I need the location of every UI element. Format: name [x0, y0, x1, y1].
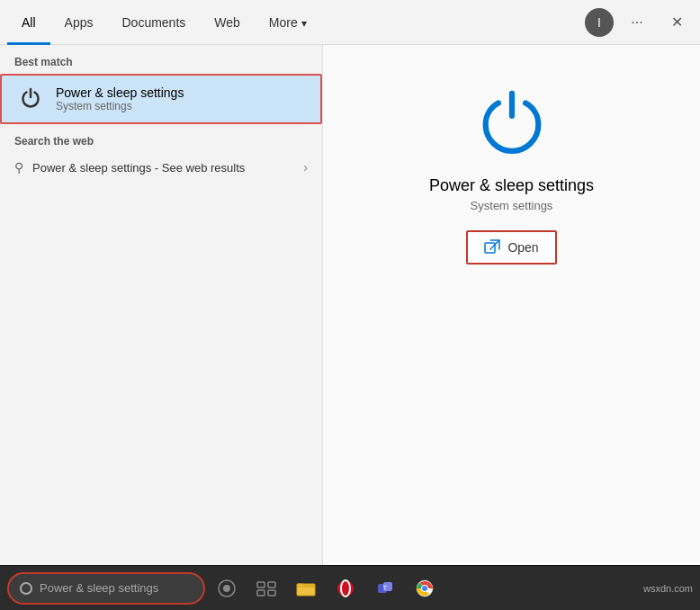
file-explorer-icon: [296, 579, 316, 597]
svg-text:T: T: [383, 585, 388, 591]
web-result-suffix: - See web results: [151, 161, 245, 175]
main-content: Best match Power & sleep settings System…: [0, 45, 700, 565]
tab-apps-label: Apps: [65, 15, 94, 30]
taskbar-right: wsxdn.com: [643, 583, 693, 594]
taskbar-opera[interactable]: [328, 570, 363, 606]
chevron-down-icon: [301, 15, 307, 30]
detail-subtitle: System settings: [471, 199, 553, 212]
svg-rect-5: [257, 590, 265, 596]
svg-rect-3: [257, 582, 265, 588]
search-circle-icon: [20, 582, 32, 595]
close-icon: ✕: [671, 13, 683, 31]
search-web-label: Search the web: [0, 124, 322, 153]
right-panel: Power & sleep settings System settings O…: [322, 45, 700, 565]
detail-power-icon: [471, 81, 552, 162]
web-result-text: Power & sleep settings - See web results: [32, 161, 294, 175]
tab-documents[interactable]: Documents: [107, 0, 200, 45]
web-result[interactable]: ⚲ Power & sleep settings - See web resul…: [0, 153, 322, 182]
svg-point-2: [223, 585, 230, 592]
left-panel: Best match Power & sleep settings System…: [0, 45, 322, 565]
result-subtitle: System settings: [56, 100, 184, 112]
tab-documents-label: Documents: [121, 15, 185, 30]
ellipsis-icon: ···: [631, 14, 642, 31]
tab-web-label: Web: [214, 15, 240, 30]
taskview-icon: [256, 579, 276, 598]
arrow-right-icon: ›: [303, 160, 308, 175]
opera-icon: [336, 579, 355, 598]
power-icon-small: [16, 85, 45, 113]
best-match-result[interactable]: Power & sleep settings System settings: [0, 74, 322, 124]
open-button[interactable]: Open: [466, 230, 556, 265]
close-button[interactable]: ✕: [660, 6, 693, 39]
cortana-icon: [217, 579, 237, 598]
taskbar: T wsxdn.com: [0, 565, 700, 610]
tab-all[interactable]: All: [7, 0, 50, 45]
taskbar-search[interactable]: [7, 572, 205, 605]
tab-web[interactable]: Web: [200, 0, 255, 45]
search-input[interactable]: [40, 581, 193, 595]
search-icon: ⚲: [14, 160, 23, 175]
open-btn-label: Open: [507, 240, 538, 255]
web-result-title: Power & sleep settings: [32, 161, 151, 175]
svg-point-15: [422, 586, 427, 591]
teams-icon: T: [375, 579, 395, 598]
top-nav: All Apps Documents Web More I ··· ✕: [0, 0, 700, 45]
nav-right: I ··· ✕: [585, 6, 693, 39]
best-match-label: Best match: [0, 45, 322, 74]
tab-more[interactable]: More: [255, 0, 321, 45]
chrome-icon: [415, 579, 435, 598]
detail-title: Power & sleep settings: [429, 176, 594, 195]
svg-rect-6: [268, 590, 275, 596]
taskbar-cortana[interactable]: [209, 570, 245, 606]
best-match-text: Power & sleep settings System settings: [56, 85, 184, 112]
result-title: Power & sleep settings: [56, 85, 184, 100]
taskbar-teams[interactable]: T: [367, 570, 403, 606]
svg-rect-4: [268, 582, 275, 588]
taskbar-chrome[interactable]: [407, 570, 443, 606]
tab-all-label: All: [22, 15, 36, 30]
tab-apps[interactable]: Apps: [50, 0, 108, 45]
svg-point-8: [337, 580, 354, 597]
open-icon: [484, 239, 500, 256]
tab-more-label: More: [269, 15, 298, 30]
profile-icon[interactable]: I: [585, 8, 614, 37]
svg-rect-0: [485, 243, 495, 253]
wsxdn-label: wsxdn.com: [643, 583, 693, 594]
taskbar-taskview[interactable]: [248, 570, 284, 606]
taskbar-file-explorer[interactable]: [288, 570, 324, 606]
profile-initial: I: [597, 15, 601, 30]
more-options-button[interactable]: ···: [621, 6, 653, 39]
